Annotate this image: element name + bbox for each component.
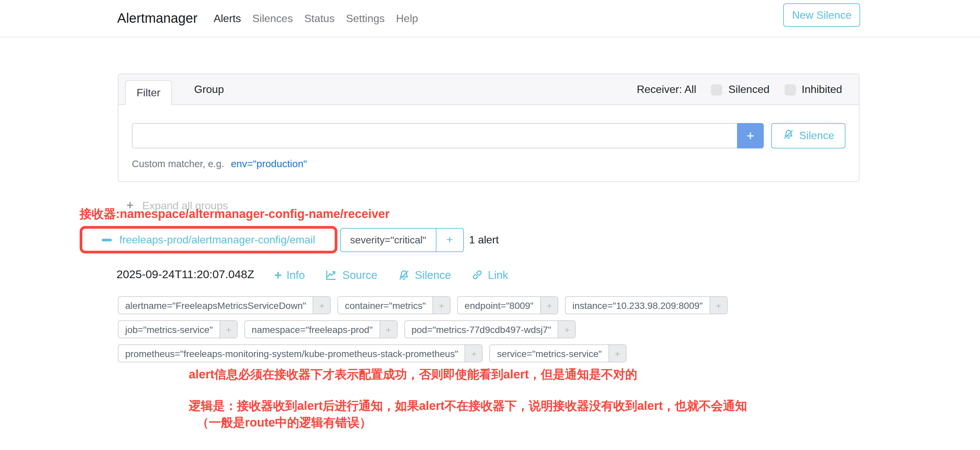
matcher-input[interactable] (132, 123, 737, 149)
nav-item-alerts[interactable]: Alerts (213, 13, 241, 24)
chart-icon (325, 268, 338, 281)
alert-label-alertname[interactable]: alertname="FreeleapsMetricsServiceDown" (118, 297, 313, 314)
nav-links: Alerts Silences Status Settings Help (213, 13, 418, 24)
tab-filter[interactable]: Filter (125, 80, 172, 105)
link-icon (471, 269, 483, 281)
matcher-hint: Custom matcher, e.g. env="production" (132, 158, 845, 169)
alert-label-pill: container="metrics" + (337, 296, 450, 314)
bell-slash-icon (397, 268, 410, 281)
label-row: job="metrics-service" + namespace="freel… (118, 320, 728, 338)
nav-item-status[interactable]: Status (304, 13, 335, 24)
alert-labels: alertname="FreeleapsMetricsServiceDown" … (118, 296, 728, 363)
silenced-checkbox-label: Silenced (728, 84, 770, 96)
receiver-group-highlight-box: freeleaps-prod/alertmanager-config/email (80, 226, 337, 254)
group-matcher-add-button[interactable]: + (436, 228, 463, 251)
alert-label-instance[interactable]: instance="10.233.98.209:8009" (566, 297, 710, 314)
nav-item-settings[interactable]: Settings (346, 13, 385, 24)
add-label-filter-button[interactable]: + (465, 345, 482, 362)
alert-info-link[interactable]: + Info (274, 268, 305, 281)
filter-card: Filter Group Receiver: All Silenced Inhi… (118, 74, 859, 182)
add-label-filter-button[interactable]: + (558, 321, 575, 338)
add-label-filter-button[interactable]: + (710, 297, 727, 314)
alert-label-pill: endpoint="8009" + (457, 296, 558, 314)
annotation-route-note: （一般是route中的逻辑有错误） (197, 415, 372, 431)
alert-label-job[interactable]: job="metrics-service" (118, 321, 220, 338)
alert-source-label: Source (342, 268, 377, 281)
alert-group-row: freeleaps-prod/alertmanager-config/email… (80, 226, 499, 254)
silenced-checkbox-wrap[interactable]: Silenced (711, 84, 770, 96)
alert-label-pill: alertname="FreeleapsMetricsServiceDown" … (118, 296, 331, 314)
alert-label-pill: instance="10.233.98.209:8009" + (565, 296, 728, 314)
alert-timestamp: 2025-09-24T11:20:07.048Z (116, 268, 254, 282)
inhibited-checkbox[interactable] (784, 84, 795, 95)
alert-label-container[interactable]: container="metrics" (338, 297, 433, 314)
add-label-filter-button[interactable]: + (608, 345, 626, 362)
filter-header-controls: Receiver: All Silenced Inhibited (636, 74, 842, 105)
alert-label-namespace[interactable]: namespace="freeleaps-prod" (245, 321, 380, 338)
alert-label-pill: prometheus="freeleaps-monitoring-system/… (118, 344, 483, 363)
alert-link-link[interactable]: Link (471, 268, 508, 281)
annotation-config-note: alert信息必须在接收器下才表示配置成功，否则即使能看到alert，但是通知是… (189, 367, 637, 382)
alert-label-pill: pod="metrics-77d9cdb497-wdsj7" + (404, 320, 576, 338)
alert-link-label: Link (488, 268, 508, 281)
alert-label-service[interactable]: service="metrics-service" (490, 345, 608, 362)
bell-slash-icon (783, 128, 795, 143)
add-matcher-button[interactable]: + (737, 123, 764, 149)
alert-label-pod[interactable]: pod="metrics-77d9cdb497-wdsj7" (405, 321, 558, 338)
group-matcher-chip: severity="critical" + (340, 228, 463, 252)
alert-label-pill: service="metrics-service" + (490, 344, 627, 363)
inhibited-checkbox-wrap[interactable]: Inhibited (784, 84, 842, 96)
silenced-checkbox[interactable] (711, 84, 722, 95)
alert-info-label: Info (286, 268, 305, 281)
plus-icon: + (274, 268, 282, 281)
label-row: prometheus="freeleaps-monitoring-system/… (118, 344, 728, 363)
alert-header-row: 2025-09-24T11:20:07.048Z + Info Source (116, 268, 508, 282)
alertmanager-page: Alertmanager Alerts Silences Status Sett… (0, 0, 980, 450)
matcher-hint-text: Custom matcher, e.g. (132, 158, 224, 169)
alert-label-endpoint[interactable]: endpoint="8009" (458, 297, 540, 314)
add-label-filter-button[interactable]: + (540, 297, 558, 314)
receiver-filter-label[interactable]: Receiver: All (636, 84, 696, 96)
silence-button-label: Silence (799, 130, 834, 142)
receiver-group-button[interactable]: freeleaps-prod/alertmanager-config/email (119, 234, 315, 246)
alert-silence-link[interactable]: Silence (397, 268, 451, 281)
tab-group[interactable]: Group (183, 74, 235, 105)
inhibited-checkbox-label: Inhibited (802, 84, 842, 96)
matcher-hint-example-link[interactable]: env="production" (231, 158, 307, 169)
annotation-receiver-note: 接收器:namespace/altermanager-config-name/r… (80, 207, 390, 222)
silence-button[interactable]: Silence (771, 123, 845, 149)
add-label-filter-button[interactable]: + (313, 297, 330, 314)
top-navbar: Alertmanager Alerts Silences Status Sett… (0, 0, 980, 38)
filter-card-header: Filter Group Receiver: All Silenced Inhi… (118, 74, 859, 105)
add-label-filter-button[interactable]: + (433, 297, 450, 314)
app-brand: Alertmanager (117, 11, 197, 26)
nav-item-silences[interactable]: Silences (252, 13, 293, 24)
add-label-filter-button[interactable]: + (220, 321, 237, 338)
collapse-minus-icon (102, 238, 112, 241)
matcher-input-row: + Silence (132, 123, 845, 149)
alert-label-pill: namespace="freeleaps-prod" + (244, 320, 398, 338)
add-label-filter-button[interactable]: + (379, 321, 397, 338)
annotation-logic-note: 逻辑是：接收器收到alert后进行通知，如果alert不在接收器下，说明接收器没… (189, 399, 747, 414)
label-row: alertname="FreeleapsMetricsServiceDown" … (118, 296, 728, 314)
nav-item-help[interactable]: Help (396, 13, 418, 24)
alert-label-prometheus[interactable]: prometheus="freeleaps-monitoring-system/… (118, 345, 465, 362)
filter-card-body: + Silence Custom matcher, e.g. env="prod… (118, 106, 859, 181)
new-silence-button[interactable]: New Silence (783, 3, 860, 27)
alert-silence-label: Silence (415, 268, 451, 281)
group-matcher-label[interactable]: severity="critical" (341, 228, 436, 251)
alert-label-pill: job="metrics-service" + (118, 320, 238, 338)
alert-count: 1 alert (469, 234, 499, 246)
alert-source-link[interactable]: Source (325, 268, 377, 281)
